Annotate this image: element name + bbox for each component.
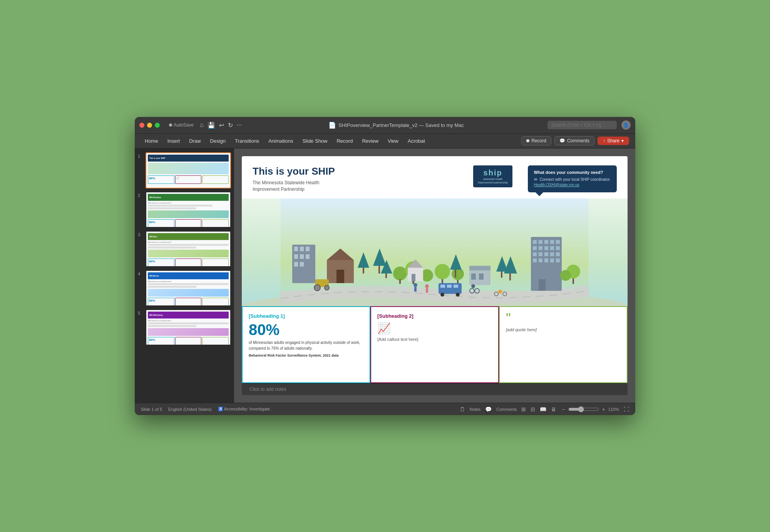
- ship-logo: ship statewide healthimprovement partner…: [473, 165, 512, 187]
- language-status: English (United States): [168, 407, 212, 412]
- minimize-button[interactable]: [147, 123, 152, 128]
- slide-thumbnail-1[interactable]: This is your SHIP 80% 📈: [146, 152, 231, 188]
- accessibility-status: ♿ Accessibility: Investigate: [218, 407, 270, 412]
- illus-thumbnail-4: [148, 289, 229, 297]
- notes-status-icon[interactable]: 🗒: [460, 406, 465, 412]
- slide-preview-2: MN Breathes What does your community nee…: [146, 192, 230, 227]
- menu-acrobat[interactable]: Acrobat: [404, 137, 429, 145]
- thumb-row-5b: [148, 325, 196, 327]
- svg-rect-40: [501, 272, 502, 278]
- slide-num-4: 4: [138, 272, 143, 276]
- share-chevron: ▾: [621, 138, 624, 143]
- slide-info: Slide 1 of 5: [141, 407, 162, 412]
- more-icon[interactable]: ···: [237, 122, 242, 129]
- share-button[interactable]: ↑ Share ▾: [598, 137, 629, 145]
- record-button[interactable]: Record: [521, 136, 551, 145]
- undo-icon[interactable]: ↩: [219, 122, 224, 129]
- svg-rect-36: [469, 266, 490, 270]
- callout-email[interactable]: Health.OSHI@state.mn.us: [534, 183, 579, 187]
- menu-review[interactable]: Review: [358, 137, 382, 145]
- document-title: 📄 SHIPoverview_PartnerTemplate_v2 — Save…: [248, 122, 544, 129]
- home-icon[interactable]: ⌂: [200, 122, 204, 129]
- slide-top-section: This is your SHIP The Minnesota Statewid…: [242, 156, 628, 199]
- main-area: 1 This is your SHIP 80%: [135, 148, 635, 403]
- slide-thumbnail-4[interactable]: MN Moves What does your community need? …: [146, 270, 231, 306]
- zoom-in-button[interactable]: +: [601, 406, 606, 412]
- ship-logo-box: ship statewide healthimprovement partner…: [473, 165, 512, 187]
- autosave-dot: [169, 123, 172, 127]
- slide-thumb-3[interactable]: 3 MN Eats What does your community need?: [138, 231, 231, 267]
- svg-rect-52: [550, 246, 554, 250]
- menu-insert[interactable]: Insert: [164, 137, 184, 145]
- slide-thumb-4[interactable]: 4 MN Moves What does your community need…: [138, 270, 231, 306]
- zoom-slider[interactable]: [568, 406, 599, 412]
- callout-title: What does your community need?: [534, 170, 611, 175]
- notes-status-label[interactable]: Notes: [470, 407, 481, 412]
- slide-thumb-1[interactable]: 1 This is your SHIP 80%: [138, 152, 231, 188]
- svg-rect-5: [300, 247, 304, 251]
- ship-logo-text: ship: [478, 168, 507, 177]
- thumb-2a-pct: 80%: [149, 220, 155, 224]
- fullscreen-button[interactable]: [155, 123, 160, 128]
- svg-rect-49: [533, 246, 537, 250]
- redo-icon[interactable]: ↻: [228, 122, 233, 129]
- notes-placeholder[interactable]: Click to add notes: [249, 387, 286, 392]
- notes-bar[interactable]: Click to add notes: [242, 383, 628, 395]
- comments-button[interactable]: 💬 Comments: [554, 136, 594, 145]
- slide-thumbnail-5[interactable]: MN Well-being What does your community n…: [146, 309, 231, 345]
- thumb-boxes-4: 80%: [148, 298, 229, 305]
- slide-thumb-5[interactable]: 5 MN Well-being What does your community…: [138, 309, 231, 345]
- menu-view[interactable]: View: [384, 137, 402, 145]
- menu-draw[interactable]: Draw: [185, 137, 204, 145]
- thumb-boxes-2: 80%: [148, 219, 229, 227]
- slide-preview-1: This is your SHIP 80% 📈: [146, 153, 230, 188]
- menu-design[interactable]: Design: [206, 137, 229, 145]
- slide-canvas[interactable]: This is your SHIP The Minnesota Statewid…: [242, 156, 628, 384]
- statusbar: Slide 1 of 5 English (United States) ♿ A…: [135, 403, 635, 415]
- slide-main-title: This is your SHIP: [253, 165, 458, 177]
- quote-text-3: [add quote here]: [506, 327, 621, 332]
- search-input[interactable]: [547, 121, 617, 129]
- menu-transitions[interactable]: Transitions: [231, 137, 263, 145]
- thumb-box-4b: [175, 298, 202, 305]
- save-icon[interactable]: 💾: [208, 122, 215, 129]
- thumb-4a-pct: 80%: [149, 299, 155, 302]
- menu-items: Home Insert Draw Design Transitions Anim…: [141, 137, 521, 145]
- info-box-1: [Subheading 1] 80% of Minnesotan adults …: [242, 306, 370, 383]
- slide-5-content: MN Well-being What does your community n…: [146, 310, 230, 345]
- svg-rect-10: [294, 262, 298, 267]
- profile-avatar[interactable]: 👤: [621, 120, 631, 130]
- slide-content-area: This is your SHIP The Minnesota Statewid…: [234, 148, 635, 403]
- svg-rect-16: [363, 268, 364, 274]
- fit-screen-icon[interactable]: ⛶: [624, 406, 629, 412]
- normal-view-icon[interactable]: ⊞: [521, 406, 526, 412]
- svg-rect-54: [533, 252, 537, 256]
- share-label: Share: [607, 138, 619, 143]
- thumb-row-4a: [148, 283, 229, 285]
- autosave-label: AutoSave: [174, 122, 194, 128]
- menu-slideshow[interactable]: Slide Show: [298, 137, 331, 145]
- info-source-1: Behavioral Risk Factor Surveillance Syst…: [249, 354, 363, 357]
- slide-thumbnail-2[interactable]: MN Breathes What does your community nee…: [146, 192, 231, 228]
- zoom-out-button[interactable]: −: [561, 406, 566, 412]
- svg-rect-59: [533, 258, 537, 262]
- info-box-1-subheading: [Subheading 1]: [249, 313, 363, 319]
- reading-view-icon[interactable]: 📖: [540, 406, 546, 412]
- slide-thumb-2[interactable]: 2 MN Breathes What does your community n…: [138, 192, 231, 228]
- menu-animations[interactable]: Animations: [264, 137, 297, 145]
- thumb-row-5a: [148, 322, 229, 324]
- subtitle-line2: Improvement Partnership: [253, 187, 305, 192]
- svg-rect-56: [544, 252, 548, 256]
- svg-point-85: [314, 285, 320, 291]
- status-right: 🗒 Notes 💬 Comments ⊞ ⊟ 📖 🖥 − + 110% ⛶: [460, 406, 629, 412]
- menu-record[interactable]: Record: [333, 137, 357, 145]
- slide-thumbnail-3[interactable]: MN Eats What does your community need? 8…: [146, 231, 231, 267]
- grid-view-icon[interactable]: ⊟: [531, 406, 535, 412]
- comments-status-label[interactable]: Comments: [496, 407, 517, 412]
- comments-status-icon[interactable]: 💬: [485, 406, 492, 412]
- presenter-view-icon[interactable]: 🖥: [551, 406, 556, 412]
- close-button[interactable]: [139, 123, 144, 128]
- svg-rect-66: [414, 287, 417, 292]
- thumb-box-4a: 80%: [148, 298, 174, 305]
- menu-home[interactable]: Home: [141, 137, 162, 145]
